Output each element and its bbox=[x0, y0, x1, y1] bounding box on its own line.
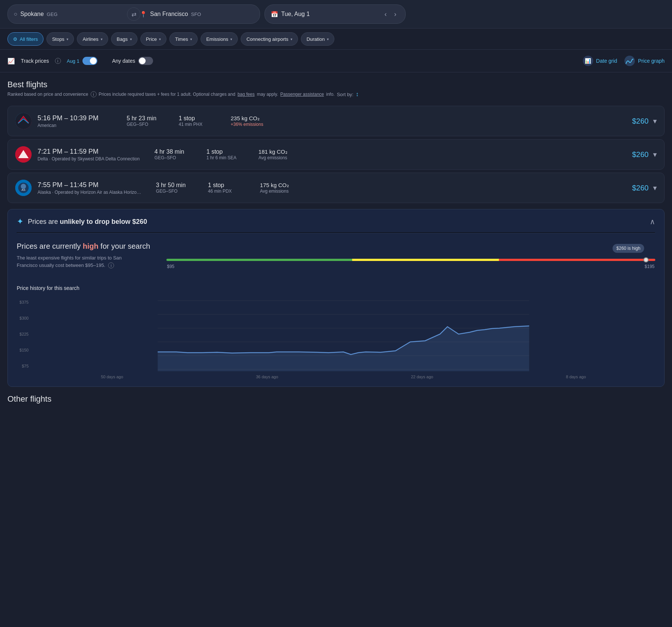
bag-fees-link[interactable]: bag fees bbox=[237, 92, 254, 97]
flight-card[interactable]: 5:16 PM – 10:39 PM American 5 hr 23 min … bbox=[7, 106, 665, 136]
connecting-airports-filter-button[interactable]: Connecting airports ▾ bbox=[241, 32, 298, 46]
times-label: Times bbox=[175, 36, 188, 42]
price-filter-button[interactable]: Price ▾ bbox=[140, 32, 167, 46]
any-dates-label: Any dates bbox=[112, 58, 135, 64]
airline-name: American bbox=[38, 123, 112, 128]
price-label: Price bbox=[146, 36, 157, 42]
date-picker[interactable]: 📅 Tue, Aug 1 ‹ › bbox=[264, 4, 406, 24]
sort-by-label: Sort by: bbox=[337, 92, 354, 97]
bags-filter-button[interactable]: Bags ▾ bbox=[111, 32, 137, 46]
track-bar: 📈 Track prices i Aug 1 Any dates 📊 Date … bbox=[0, 50, 672, 72]
insight-sparkle-icon: ✦ bbox=[17, 217, 23, 226]
flight-duration: 5 hr 23 min GEG–SFO bbox=[127, 115, 179, 127]
chart-wrapper: $375 $300 $225 $150 $75 bbox=[17, 297, 655, 372]
price-bubble: $260 is high bbox=[613, 244, 644, 253]
origin-dest-wrapper: ○ Spokane GEG ⇄ 📍 San Francisco SFO bbox=[7, 4, 260, 24]
prev-date-button[interactable]: ‹ bbox=[382, 9, 390, 20]
desc-info-icon[interactable]: i bbox=[108, 262, 114, 268]
ranked-info-icon[interactable]: i bbox=[91, 91, 97, 97]
duration-filter-button[interactable]: Duration ▾ bbox=[301, 32, 334, 46]
insight-header: ✦ Prices are unlikely to drop below $260… bbox=[17, 217, 655, 226]
emissions-filter-button[interactable]: Emissions ▾ bbox=[201, 32, 238, 46]
flight-card[interactable]: 7:21 PM – 11:59 PM Delta · Operated by S… bbox=[7, 139, 665, 170]
origin-field[interactable]: ○ Spokane GEG bbox=[8, 8, 134, 20]
collapse-button[interactable]: ∧ bbox=[650, 217, 655, 226]
date-grid-icon: 📊 bbox=[583, 56, 593, 66]
destination-icon: 📍 bbox=[140, 11, 147, 18]
best-flights-subtitle-row: Ranked based on price and convenience i … bbox=[7, 91, 358, 98]
other-flights-title: Other flights bbox=[7, 394, 665, 404]
currently-status: high bbox=[83, 242, 98, 250]
next-date-button[interactable]: › bbox=[391, 9, 399, 20]
times-filter-button[interactable]: Times ▾ bbox=[169, 32, 198, 46]
ranked-text: Ranked based on price and convenience bbox=[7, 92, 88, 97]
date-grid-label: Date grid bbox=[596, 58, 617, 64]
price-graph-button[interactable]: Price graph bbox=[624, 56, 665, 66]
destination-field[interactable]: 📍 San Francisco SFO bbox=[134, 8, 260, 21]
sort-icon[interactable]: ↕ bbox=[356, 91, 358, 98]
insight-description: The least expensive flights for similar … bbox=[17, 254, 122, 276]
emissions-text: 181 kg CO₂ bbox=[259, 148, 333, 155]
price-history-chart-section: Price history for this search $375 $300 … bbox=[17, 285, 655, 379]
duration-chevron-icon: ▾ bbox=[327, 37, 329, 41]
destination-city: San Francisco bbox=[150, 11, 188, 17]
insight-title-prefix: Prices are bbox=[28, 218, 60, 225]
range-labels: $95 $195 bbox=[166, 264, 655, 269]
date-nav: ‹ › bbox=[382, 9, 399, 20]
duration-label: Duration bbox=[306, 36, 325, 42]
filter-bar: ⚙ All filters Stops ▾ Airlines ▾ Bags ▾ … bbox=[0, 29, 672, 50]
flight-card[interactable]: AS 7:55 PM – 11:45 PM Alaska · Operated … bbox=[7, 173, 665, 203]
duration-text: 5 hr 23 min bbox=[127, 115, 179, 122]
swap-icon: ⇄ bbox=[132, 11, 136, 18]
stops-filter-button[interactable]: Stops ▾ bbox=[46, 32, 74, 46]
emissions-label: Emissions bbox=[206, 36, 228, 42]
y-label-225: $225 bbox=[17, 332, 29, 336]
expand-button[interactable]: ▾ bbox=[653, 150, 657, 159]
emissions-sub: +36% emissions bbox=[231, 122, 305, 127]
bags-chevron-icon: ▾ bbox=[130, 37, 132, 41]
y-label-300: $300 bbox=[17, 316, 29, 320]
stops-text: 1 stop bbox=[179, 115, 231, 122]
stops-chevron-icon: ▾ bbox=[66, 37, 68, 41]
expand-button[interactable]: ▾ bbox=[653, 117, 657, 125]
all-filters-button[interactable]: ⚙ All filters bbox=[7, 32, 43, 46]
destination-code: SFO bbox=[191, 12, 201, 17]
flight-times: 7:21 PM – 11:59 PM Delta · Operated by S… bbox=[38, 148, 140, 161]
date-grid-button[interactable]: 📊 Date grid bbox=[583, 56, 617, 66]
airline-logo: AS bbox=[15, 180, 32, 196]
svg-point-0 bbox=[624, 56, 635, 66]
emissions-text: 235 kg CO₂ bbox=[231, 115, 305, 122]
airline-name: Alaska · Operated by Horizon Air as Alas… bbox=[38, 190, 141, 195]
flights-list: 5:16 PM – 10:39 PM American 5 hr 23 min … bbox=[7, 106, 665, 203]
airlines-filter-button[interactable]: Airlines ▾ bbox=[77, 32, 108, 46]
connecting-airports-chevron-icon: ▾ bbox=[290, 37, 292, 41]
best-flights-title: Best flights bbox=[7, 80, 358, 89]
track-prices-info-icon[interactable]: i bbox=[55, 58, 61, 64]
flight-time-range: 7:55 PM – 11:45 PM bbox=[38, 181, 141, 189]
route-text: GEG–SFO bbox=[127, 122, 179, 127]
any-dates-toggle[interactable] bbox=[138, 57, 153, 65]
track-prices-label: Track prices bbox=[21, 58, 49, 64]
flight-stops: 1 stop 46 min PDX bbox=[208, 182, 260, 194]
chart-title: Price history for this search bbox=[17, 285, 655, 291]
origin-icon: ○ bbox=[14, 11, 17, 17]
price-note: Prices include required taxes + fees for… bbox=[99, 92, 236, 97]
price-chevron-icon: ▾ bbox=[159, 37, 161, 41]
x-label-36: 36 days ago bbox=[256, 375, 278, 379]
price-graph-icon bbox=[624, 56, 635, 66]
x-label-8: 8 days ago bbox=[566, 375, 586, 379]
track-prices-toggle[interactable] bbox=[82, 57, 97, 65]
stop-detail: 46 min PDX bbox=[208, 189, 260, 194]
passenger-assistance-link[interactable]: Passenger assistance bbox=[280, 92, 324, 97]
airline-logo bbox=[15, 113, 32, 129]
flight-price: $260 ▾ bbox=[632, 183, 657, 192]
stops-text: 1 stop bbox=[208, 182, 260, 189]
expand-button[interactable]: ▾ bbox=[653, 183, 657, 192]
track-prices-icon: 📈 bbox=[7, 58, 15, 65]
swap-button[interactable]: ⇄ bbox=[127, 7, 140, 21]
price-text: $260 bbox=[632, 150, 649, 159]
x-label-50: 50 days ago bbox=[101, 375, 123, 379]
flight-stops: 1 stop 1 hr 6 min SEA bbox=[207, 148, 259, 160]
price-insight-card: ✦ Prices are unlikely to drop below $260… bbox=[7, 209, 665, 387]
flight-price: $260 ▾ bbox=[632, 117, 657, 125]
